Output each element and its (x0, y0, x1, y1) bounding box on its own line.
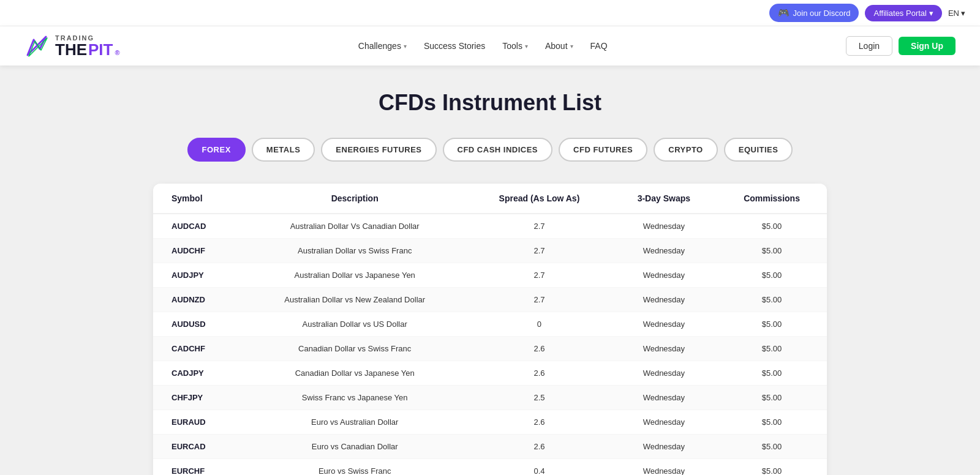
main-content: CFDs Instrument List FOREXMETALSENERGIES… (141, 65, 839, 475)
language-label: EN (948, 9, 959, 18)
cell-commissions: $5.00 (717, 410, 827, 435)
table-body: AUDCADAustralian Dollar Vs Canadian Doll… (153, 214, 827, 475)
cell-commissions: $5.00 (717, 435, 827, 459)
table-row: AUDNZDAustralian Dollar vs New Zealand D… (153, 288, 827, 312)
cell-spread: 0 (467, 312, 611, 337)
cell-description: Australian Dollar vs Swiss Franc (242, 239, 467, 263)
table-row: CADCHFCanadian Dollar vs Swiss Franc2.6W… (153, 337, 827, 361)
cell-spread: 2.7 (467, 239, 611, 263)
table-row: AUDCHFAustralian Dollar vs Swiss Franc2.… (153, 239, 827, 263)
cell-symbol: EURAUD (153, 410, 242, 435)
logo-area: TRADING THE PIT ® (24, 34, 120, 58)
cell-description: Canadian Dollar vs Japanese Yen (242, 361, 467, 386)
table-row: CADJPYCanadian Dollar vs Japanese Yen2.6… (153, 361, 827, 386)
instrument-table: SymbolDescriptionSpread (As Low As)3-Day… (153, 184, 827, 475)
column-header: Description (242, 184, 467, 214)
affiliates-button[interactable]: Affiliates Portal ▾ (865, 5, 941, 21)
cell-spread: 2.7 (467, 214, 611, 239)
cell-spread: 2.6 (467, 337, 611, 361)
cell-commissions: $5.00 (717, 312, 827, 337)
nav-challenges[interactable]: Challenges ▾ (358, 41, 407, 51)
cell-description: Swiss Franc vs Japanese Yen (242, 386, 467, 410)
chevron-down-icon: ▾ (570, 43, 573, 50)
cell-description: Canadian Dollar vs Swiss Franc (242, 337, 467, 361)
tab-cfd-cash[interactable]: CFD CASH INDICES (443, 138, 553, 162)
cell-symbol: CHFJPY (153, 386, 242, 410)
tab-cfd-futures[interactable]: CFD FUTURES (559, 138, 647, 162)
tab-energies[interactable]: ENERGIES FUTURES (321, 138, 436, 162)
chevron-down-icon: ▾ (929, 9, 933, 18)
chevron-down-icon: ▾ (961, 9, 965, 18)
language-button[interactable]: EN ▾ (948, 9, 965, 18)
discord-button[interactable]: 🎮 Join our Discord (769, 4, 859, 22)
tab-crypto[interactable]: CRYPTO (654, 138, 717, 162)
table-row: CHFJPYSwiss Franc vs Japanese Yen2.5Wedn… (153, 386, 827, 410)
table-row: AUDJPYAustralian Dollar vs Japanese Yen2… (153, 263, 827, 288)
table-row: AUDCADAustralian Dollar Vs Canadian Doll… (153, 214, 827, 239)
cell-symbol: CADJPY (153, 361, 242, 386)
cell-description: Australian Dollar vs US Dollar (242, 312, 467, 337)
table-header-row: SymbolDescriptionSpread (As Low As)3-Day… (153, 184, 827, 214)
cell-symbol: AUDJPY (153, 263, 242, 288)
cell-spread: 2.5 (467, 386, 611, 410)
tab-metals[interactable]: METALS (252, 138, 315, 162)
cell-spread: 2.7 (467, 288, 611, 312)
cell-description: Euro vs Australian Dollar (242, 410, 467, 435)
cell-spread: 2.6 (467, 361, 611, 386)
cell-spread: 2.6 (467, 410, 611, 435)
cell-spread: 0.4 (467, 459, 611, 476)
cell-symbol: AUDNZD (153, 288, 242, 312)
cell-swaps: Wednesday (611, 214, 717, 239)
column-header: Spread (As Low As) (467, 184, 611, 214)
signup-button[interactable]: Sign Up (899, 37, 956, 55)
cell-commissions: $5.00 (717, 263, 827, 288)
cell-symbol: CADCHF (153, 337, 242, 361)
cell-symbol: AUDUSD (153, 312, 242, 337)
topbar: 🎮 Join our Discord Affiliates Portal ▾ E… (0, 0, 980, 26)
table-row: AUDUSDAustralian Dollar vs US Dollar0Wed… (153, 312, 827, 337)
cell-commissions: $5.00 (717, 337, 827, 361)
nav-tools[interactable]: Tools ▾ (502, 41, 528, 51)
navbar: TRADING THE PIT ® Challenges ▾ Success S… (0, 26, 980, 65)
cell-swaps: Wednesday (611, 410, 717, 435)
tabs-container: FOREXMETALSENERGIES FUTURESCFD CASH INDI… (153, 138, 827, 162)
cell-swaps: Wednesday (611, 361, 717, 386)
column-header: 3-Day Swaps (611, 184, 717, 214)
chevron-down-icon: ▾ (525, 43, 528, 50)
discord-icon: 🎮 (778, 7, 790, 18)
cell-commissions: $5.00 (717, 361, 827, 386)
login-button[interactable]: Login (846, 36, 892, 56)
cell-description: Australian Dollar Vs Canadian Dollar (242, 214, 467, 239)
logo-text: TRADING THE PIT ® (55, 34, 120, 58)
discord-label: Join our Discord (793, 9, 851, 18)
nav-about[interactable]: About ▾ (545, 41, 573, 51)
nav-actions: Login Sign Up (846, 36, 956, 56)
cell-swaps: Wednesday (611, 337, 717, 361)
logo-icon (24, 34, 49, 58)
nav-success-stories[interactable]: Success Stories (424, 41, 485, 51)
affiliates-label: Affiliates Portal (873, 9, 926, 18)
cell-swaps: Wednesday (611, 459, 717, 476)
nav-faq[interactable]: FAQ (590, 41, 608, 51)
cell-description: Euro vs Swiss Franc (242, 459, 467, 476)
cell-symbol: AUDCHF (153, 239, 242, 263)
cell-symbol: AUDCAD (153, 214, 242, 239)
cell-swaps: Wednesday (611, 386, 717, 410)
cell-swaps: Wednesday (611, 288, 717, 312)
column-header: Symbol (153, 184, 242, 214)
page-title: CFDs Instrument List (153, 90, 827, 116)
cell-description: Euro vs Canadian Dollar (242, 435, 467, 459)
cell-symbol: EURCAD (153, 435, 242, 459)
chevron-down-icon: ▾ (404, 43, 407, 50)
tab-forex[interactable]: FOREX (187, 138, 246, 162)
tab-equities[interactable]: EQUITIES (724, 138, 793, 162)
cell-swaps: Wednesday (611, 435, 717, 459)
cell-commissions: $5.00 (717, 214, 827, 239)
cell-spread: 2.6 (467, 435, 611, 459)
nav-links: Challenges ▾ Success Stories Tools ▾ Abo… (358, 41, 608, 51)
cell-description: Australian Dollar vs New Zealand Dollar (242, 288, 467, 312)
cell-commissions: $5.00 (717, 459, 827, 476)
cell-spread: 2.7 (467, 263, 611, 288)
cell-commissions: $5.00 (717, 386, 827, 410)
cell-swaps: Wednesday (611, 263, 717, 288)
